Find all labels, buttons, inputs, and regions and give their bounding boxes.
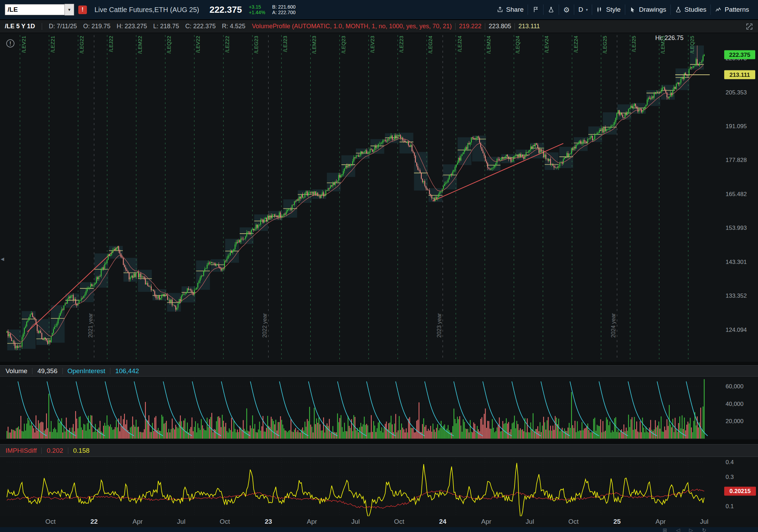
- imphisdiff-panel-header: IMPHISdiff 0.202 0.158: [0, 444, 758, 457]
- timeframe-button[interactable]: D ▾: [574, 6, 592, 13]
- time-axis[interactable]: Oct22AprJulOct23AprJulOct24AprJulOct25Ap…: [0, 516, 758, 527]
- imphisdiff-chart[interactable]: 0.40.30.10.20215: [0, 457, 758, 516]
- change-percent: +1.44%: [249, 10, 265, 15]
- svg-text:2021 year: 2021 year: [88, 313, 93, 338]
- study-value-1: 219.222: [459, 23, 481, 30]
- svg-text:213.111: 213.111: [729, 72, 750, 78]
- exclamation-icon: !: [82, 7, 83, 13]
- svg-text:/LEM23: /LEM23: [311, 36, 317, 54]
- svg-text:/LEG22: /LEG22: [79, 36, 84, 53]
- ask-value: A: 222.700: [272, 10, 296, 15]
- volume-panel-header: Volume 49,356 OpenInterest 106,442: [0, 365, 758, 377]
- svg-text:/LEQ23: /LEQ23: [340, 36, 346, 53]
- bid-value: B: 221.600: [272, 4, 296, 10]
- chevron-down-icon: ▼: [68, 8, 71, 12]
- notes-flag-button[interactable]: [528, 6, 543, 13]
- svg-text:/LEV23: /LEV23: [369, 36, 375, 53]
- svg-text:/LEV24: /LEV24: [543, 36, 549, 53]
- svg-text:/LEM24: /LEM24: [486, 36, 491, 54]
- svg-text:Oct: Oct: [394, 518, 405, 525]
- svg-text:Jul: Jul: [351, 518, 360, 525]
- bottom-toolbar-strip: ⊞ ◁ ▷ ↻: [0, 527, 758, 532]
- svg-text:2024 year: 2024 year: [610, 313, 616, 338]
- drawings-button[interactable]: Drawings: [625, 6, 670, 13]
- volume-value: 49,356: [37, 367, 57, 375]
- svg-text:/LEQ24: /LEQ24: [515, 36, 520, 53]
- svg-text:25: 25: [614, 518, 621, 525]
- bid-ask: B: 221.600 A: 222.700: [272, 4, 296, 15]
- settings-button[interactable]: ⚙: [559, 6, 574, 13]
- svg-text:/LEZ23: /LEZ23: [398, 36, 404, 52]
- share-button[interactable]: Share: [492, 6, 528, 13]
- instrument-title: Live Cattle Futures,ETH (AUG 25): [94, 6, 199, 14]
- svg-text:177.828: 177.828: [726, 157, 747, 163]
- imphisdiff-red-value: 0.202: [47, 447, 63, 454]
- top-toolbar: ▼ ! Live Cattle Futures,ETH (AUG 25) 222…: [0, 0, 758, 20]
- svg-text:Jul: Jul: [526, 518, 534, 525]
- quick-study-button[interactable]: [543, 6, 559, 13]
- svg-text:124.094: 124.094: [726, 327, 747, 333]
- toolbar-right: Share ⚙ D ▾: [492, 4, 753, 15]
- alert-badge[interactable]: !: [78, 6, 87, 14]
- svg-text:Apr: Apr: [656, 518, 666, 525]
- next-icon[interactable]: ▷: [689, 527, 693, 532]
- imphisdiff-label[interactable]: IMPHISdiff: [6, 447, 37, 454]
- grid-icon[interactable]: ⊞: [663, 527, 667, 532]
- ohlc-low: L: 218.75: [153, 23, 179, 30]
- svg-text:Oct: Oct: [568, 518, 579, 525]
- symbol-dropdown-button[interactable]: ▼: [64, 4, 74, 16]
- prev-icon[interactable]: ◁: [676, 527, 680, 532]
- study-value-3: 213.111: [518, 23, 540, 30]
- style-button[interactable]: Style: [592, 6, 625, 13]
- svg-text:/LEG23: /LEG23: [253, 36, 259, 53]
- chevron-down-icon: ▾: [586, 8, 588, 12]
- flask-icon: [675, 6, 682, 13]
- volume-panel-chart[interactable]: 60,00040,00020,000: [0, 377, 758, 439]
- svg-text:191.095: 191.095: [726, 123, 747, 130]
- ohlc-high: H: 223.275: [117, 23, 147, 30]
- svg-text:0.1: 0.1: [726, 503, 734, 510]
- svg-text:Jul: Jul: [700, 518, 708, 525]
- svg-text:2022 year: 2022 year: [262, 313, 268, 338]
- svg-text:Oct: Oct: [46, 518, 56, 525]
- svg-text:133.352: 133.352: [726, 293, 747, 299]
- svg-text:!: !: [9, 41, 11, 47]
- svg-text:40,000: 40,000: [726, 401, 744, 407]
- ohlc-range: R: 4.525: [222, 23, 245, 30]
- svg-text:Apr: Apr: [481, 518, 491, 525]
- main-chart-panel: 2021 year2022 year2023 year2024 year/LEV…: [0, 33, 758, 362]
- svg-text:60,000: 60,000: [726, 383, 744, 390]
- price-change: +3.15 +1.44%: [249, 4, 265, 15]
- symbol-input[interactable]: [5, 4, 65, 15]
- change-value: +3.15: [249, 4, 265, 10]
- flask-icon: [548, 6, 555, 13]
- maximize-chart-button[interactable]: [746, 23, 753, 30]
- volume-label[interactable]: Volume: [6, 367, 27, 375]
- collapse-left-panel-icon[interactable]: ◀: [1, 256, 4, 262]
- flag-icon: [532, 6, 539, 13]
- chart-header: /LE 5 Y 1D D: 7/11/25 O: 219.75 H: 223.2…: [0, 20, 758, 33]
- patterns-button[interactable]: Patterns: [711, 6, 753, 13]
- maximize-icon: [746, 23, 753, 30]
- studies-button[interactable]: Studies: [671, 6, 710, 13]
- svg-text:153.993: 153.993: [726, 225, 747, 231]
- svg-text:2023 year: 2023 year: [436, 313, 442, 338]
- volume-profile-study-label[interactable]: VolumeProfile (AUTOMATIC, 1.0, MONTH, 1,…: [252, 23, 452, 30]
- open-interest-label[interactable]: OpenInterest: [68, 367, 106, 375]
- refresh-icon[interactable]: ↻: [702, 527, 706, 532]
- svg-text:143.301: 143.301: [726, 259, 747, 265]
- main-chart[interactable]: 2021 year2022 year2023 year2024 year/LEV…: [0, 33, 758, 362]
- svg-text:/LEZ21: /LEZ21: [50, 36, 56, 52]
- svg-text:/LEM22: /LEM22: [137, 36, 143, 54]
- svg-text:/LEJ24: /LEJ24: [457, 36, 462, 52]
- svg-text:0.4: 0.4: [726, 459, 734, 466]
- svg-text:/LEJ23: /LEJ23: [282, 36, 288, 52]
- svg-text:/LEG25: /LEG25: [602, 36, 608, 53]
- pattern-zigzag-icon: [715, 6, 722, 13]
- svg-text:/LEG24: /LEG24: [427, 36, 433, 53]
- svg-text:Jul: Jul: [177, 518, 185, 525]
- svg-text:/LEV21: /LEV21: [21, 36, 27, 53]
- chart-symbol-period: /LE 5 Y 1D: [5, 23, 35, 30]
- svg-text:/LEJ22: /LEJ22: [108, 36, 114, 52]
- svg-text:222.375: 222.375: [729, 52, 750, 58]
